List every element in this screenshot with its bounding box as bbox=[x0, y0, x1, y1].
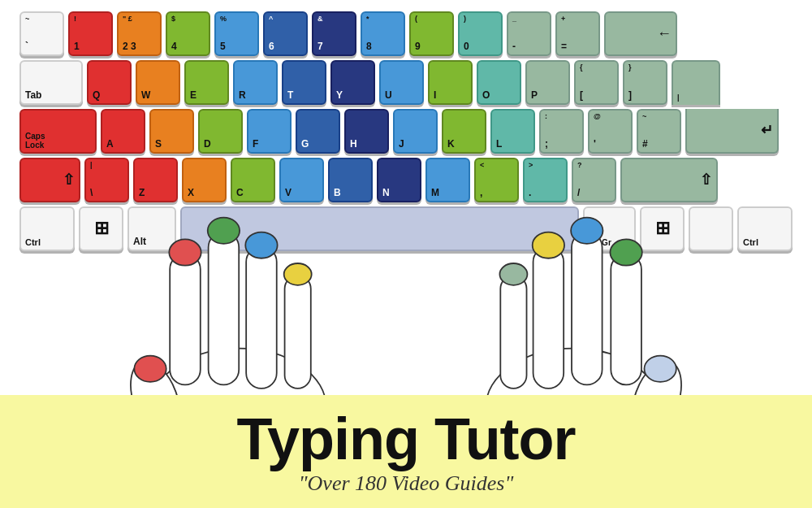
key-rbracket[interactable]: }] bbox=[623, 60, 667, 105]
key-v[interactable]: V bbox=[279, 158, 324, 202]
svg-rect-14 bbox=[533, 246, 564, 388]
key-row-qwerty: Tab Q W E R T Y U I O P {[ }] bbox=[19, 60, 793, 105]
key-g[interactable]: G bbox=[296, 109, 340, 154]
key-backspace[interactable]: ← bbox=[604, 11, 677, 56]
key-7[interactable]: &7 bbox=[312, 11, 356, 56]
key-4[interactable]: $4 bbox=[166, 11, 210, 56]
key-0[interactable]: )0 bbox=[458, 11, 503, 56]
key-s[interactable]: S bbox=[149, 109, 194, 154]
key-f[interactable]: F bbox=[247, 109, 292, 154]
key-row-asdf: CapsLock A S D F G H J K L :; @' ~# bbox=[19, 109, 793, 154]
key-enter-bottom[interactable]: ↵ bbox=[685, 109, 779, 154]
subtitle: "Over 180 Video Guides" bbox=[16, 471, 796, 496]
key-win-left[interactable]: ⊞ bbox=[79, 206, 123, 251]
key-slash[interactable]: ?/ bbox=[572, 158, 616, 202]
key-9[interactable]: (9 bbox=[409, 11, 454, 56]
svg-rect-7 bbox=[246, 246, 277, 388]
key-a[interactable]: A bbox=[101, 109, 145, 154]
key-6[interactable]: ^6 bbox=[263, 11, 308, 56]
key-lbracket[interactable]: {[ bbox=[574, 60, 619, 105]
key-period[interactable]: >. bbox=[523, 158, 568, 202]
key-8[interactable]: *8 bbox=[361, 11, 405, 56]
svg-point-10 bbox=[284, 263, 312, 285]
key-q[interactable]: Q bbox=[87, 60, 132, 105]
key-j[interactable]: J bbox=[393, 109, 438, 154]
key-ctrl-right[interactable]: Ctrl bbox=[737, 206, 793, 251]
key-minus[interactable]: _- bbox=[507, 11, 551, 56]
key-shift-right[interactable]: ⇧ bbox=[620, 158, 718, 202]
key-c[interactable]: C bbox=[231, 158, 275, 202]
key-menu[interactable] bbox=[689, 206, 733, 251]
key-z[interactable]: Z bbox=[133, 158, 178, 202]
key-m[interactable]: M bbox=[425, 158, 470, 202]
key-2[interactable]: " £2 3 bbox=[117, 11, 162, 56]
key-equals[interactable]: += bbox=[555, 11, 600, 56]
key-u[interactable]: U bbox=[379, 60, 424, 105]
key-w[interactable]: W bbox=[136, 60, 180, 105]
key-tab[interactable]: Tab bbox=[19, 60, 83, 105]
key-b[interactable]: B bbox=[328, 158, 373, 202]
key-space[interactable] bbox=[180, 206, 579, 251]
key-altgr[interactable]: Alt Gr bbox=[583, 206, 636, 251]
key-hash[interactable]: ~# bbox=[637, 109, 681, 154]
key-capslock[interactable]: CapsLock bbox=[19, 109, 97, 154]
svg-point-2 bbox=[134, 356, 166, 382]
key-alt-left[interactable]: Alt bbox=[127, 206, 176, 251]
key-row-bottom: Ctrl ⊞ Alt Alt Gr ⊞ Ctrl bbox=[19, 206, 793, 251]
key-h[interactable]: H bbox=[344, 109, 389, 154]
key-comma[interactable]: <, bbox=[474, 158, 519, 202]
key-ctrl-left[interactable]: Ctrl bbox=[19, 206, 75, 251]
key-o[interactable]: O bbox=[477, 60, 521, 105]
key-enter-top[interactable]: | bbox=[672, 60, 720, 105]
svg-point-21 bbox=[644, 356, 676, 382]
key-semicolon[interactable]: :; bbox=[539, 109, 584, 154]
key-1[interactable]: !1 bbox=[68, 11, 113, 56]
key-5[interactable]: %5 bbox=[214, 11, 259, 56]
keyboard-area: ~` !1 " £2 3 $4 %5 ^6 &7 bbox=[16, 8, 796, 258]
key-backtick[interactable]: ~` bbox=[19, 11, 64, 56]
bottom-overlay: Typing Tutor "Over 180 Video Guides" bbox=[0, 395, 812, 508]
svg-rect-18 bbox=[611, 254, 641, 384]
key-row-zxcv: ⇧ |\ Z X C V B N M <, >. ?/ bbox=[19, 158, 793, 202]
key-backslash[interactable]: |\ bbox=[84, 158, 129, 202]
key-k[interactable]: K bbox=[442, 109, 486, 154]
svg-rect-12 bbox=[500, 276, 526, 389]
key-shift-left[interactable]: ⇧ bbox=[19, 158, 80, 202]
key-win-right[interactable]: ⊞ bbox=[640, 206, 685, 251]
key-p[interactable]: P bbox=[525, 60, 570, 105]
svg-rect-9 bbox=[285, 276, 311, 389]
key-quote[interactable]: @' bbox=[588, 109, 633, 154]
key-l[interactable]: L bbox=[490, 109, 535, 154]
svg-rect-3 bbox=[170, 254, 201, 384]
key-n[interactable]: N bbox=[377, 158, 421, 202]
key-r[interactable]: R bbox=[233, 60, 278, 105]
key-row-numbers: ~` !1 " £2 3 $4 %5 ^6 &7 bbox=[19, 11, 793, 56]
keyboard: ~` !1 " £2 3 $4 %5 ^6 &7 bbox=[16, 8, 796, 258]
key-x[interactable]: X bbox=[182, 158, 227, 202]
main-title: Typing Tutor bbox=[16, 410, 796, 468]
key-t[interactable]: T bbox=[282, 60, 326, 105]
key-d[interactable]: D bbox=[198, 109, 243, 154]
svg-point-13 bbox=[499, 263, 527, 285]
key-i[interactable]: I bbox=[428, 60, 473, 105]
key-e[interactable]: E bbox=[184, 60, 229, 105]
main-container: ~` !1 " £2 3 $4 %5 ^6 &7 bbox=[0, 0, 812, 508]
key-y[interactable]: Y bbox=[330, 60, 375, 105]
